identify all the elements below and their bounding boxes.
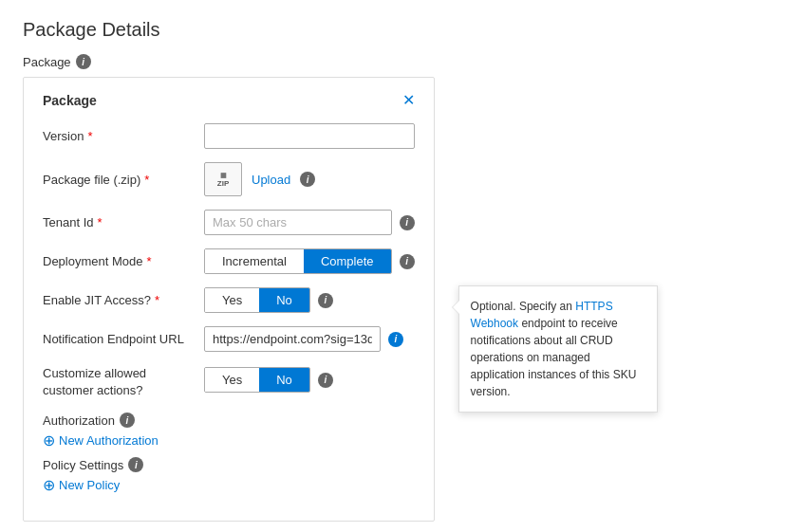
customize-no-button[interactable]: No	[259, 368, 309, 392]
authorization-section: Authorization i ⊕ New Authorization	[43, 413, 415, 449]
zip-icon: ▦ ZIP	[204, 162, 242, 196]
zip-upload-area: ▦ ZIP Upload i	[204, 162, 315, 196]
new-authorization-link[interactable]: ⊕ New Authorization	[43, 431, 159, 449]
new-policy-link[interactable]: ⊕ New Policy	[43, 476, 120, 494]
complete-button[interactable]: Complete	[304, 249, 391, 273]
tenant-id-info-icon[interactable]: i	[400, 215, 415, 230]
authorization-info-icon[interactable]: i	[120, 413, 135, 428]
jit-access-row: Enable JIT Access? * Yes No i	[43, 287, 415, 313]
notification-url-label: Notification Endpoint URL	[43, 332, 195, 346]
notification-url-input[interactable]	[204, 326, 381, 352]
jit-access-required: *	[155, 293, 159, 307]
tenant-id-input[interactable]	[204, 210, 392, 235]
page-title: Package Details	[23, 19, 780, 41]
package-file-required: *	[144, 173, 149, 187]
upload-info-icon[interactable]: i	[300, 172, 315, 187]
customize-yes-button[interactable]: Yes	[205, 368, 259, 392]
jit-no-button[interactable]: No	[259, 288, 309, 312]
new-policy-circle-icon: ⊕	[43, 476, 55, 494]
section-info-icon[interactable]: i	[76, 54, 91, 69]
section-label: Package	[23, 55, 71, 69]
deployment-mode-label: Deployment Mode *	[43, 254, 195, 268]
policy-section: Policy Settings i ⊕ New Policy	[43, 457, 415, 494]
version-required: *	[87, 129, 92, 143]
package-file-row: Package file (.zip) * ▦ ZIP Upload i	[43, 162, 415, 196]
notification-url-info-icon[interactable]: i	[388, 332, 403, 347]
close-button[interactable]: ✕	[402, 93, 415, 108]
package-file-label: Package file (.zip) *	[43, 173, 195, 187]
deployment-mode-required: *	[147, 254, 152, 268]
tooltip-https-link[interactable]: HTTPS Webhook	[471, 300, 613, 330]
tenant-id-label: Tenant Id *	[43, 215, 195, 229]
tenant-id-row: Tenant Id * i	[43, 210, 415, 235]
jit-access-toggle: Yes No	[204, 287, 310, 313]
notification-url-row: Notification Endpoint URL i	[43, 326, 415, 352]
authorization-label: Authorization	[43, 413, 115, 428]
policy-info-icon[interactable]: i	[128, 457, 143, 472]
package-card: Package ✕ Version * Package file (.zip) …	[23, 77, 435, 522]
jit-access-label: Enable JIT Access? *	[43, 293, 195, 307]
deployment-mode-toggle: Incremental Complete	[204, 248, 392, 274]
version-input[interactable]	[204, 123, 415, 149]
notification-tooltip: Optional. Specify an HTTPS Webhook endpo…	[458, 285, 658, 413]
card-title: Package	[43, 93, 97, 108]
customize-actions-row: Customize allowed customer actions? Yes …	[43, 365, 415, 399]
deployment-mode-row: Deployment Mode * Incremental Complete i	[43, 248, 415, 274]
new-authorization-circle-icon: ⊕	[43, 431, 55, 449]
tooltip-text: Optional. Specify an HTTPS Webhook endpo…	[471, 300, 637, 398]
upload-link[interactable]: Upload	[252, 173, 290, 187]
tooltip-arrow	[452, 300, 459, 315]
customize-actions-label: Customize allowed customer actions?	[43, 365, 195, 399]
customize-actions-toggle: Yes No	[204, 367, 310, 393]
jit-yes-button[interactable]: Yes	[205, 288, 259, 312]
customize-actions-info-icon[interactable]: i	[318, 373, 333, 388]
tenant-id-required: *	[98, 215, 103, 229]
version-label: Version *	[43, 129, 195, 143]
deployment-mode-info-icon[interactable]: i	[400, 254, 415, 269]
policy-label: Policy Settings	[43, 458, 123, 472]
incremental-button[interactable]: Incremental	[205, 249, 304, 273]
jit-access-info-icon[interactable]: i	[318, 293, 333, 308]
version-row: Version *	[43, 123, 415, 149]
